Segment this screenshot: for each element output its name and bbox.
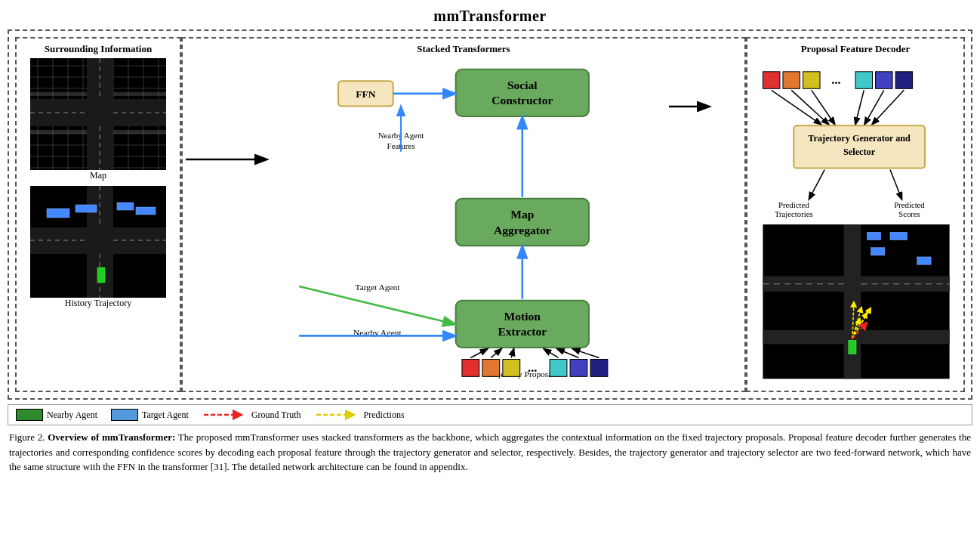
- svg-rect-39: [855, 72, 872, 88]
- panel-stacked: Stacked Transformers Social Constructor …: [181, 37, 746, 392]
- svg-line-45: [855, 90, 864, 124]
- svg-rect-24: [503, 360, 520, 377]
- svg-text:Predicted: Predicted: [778, 200, 809, 209]
- legend-nearby-agent-icon: [16, 409, 43, 421]
- svg-rect-40: [876, 72, 892, 88]
- svg-rect-35: [763, 72, 779, 88]
- diagram-area: Surrounding Information Map History Traj…: [8, 29, 972, 400]
- svg-rect-22: [462, 360, 479, 377]
- svg-text:FFN: FFN: [356, 88, 375, 100]
- svg-rect-66: [917, 257, 931, 264]
- svg-text:Trajectory Generator and: Trajectory Generator and: [808, 133, 911, 144]
- svg-line-51: [809, 170, 824, 199]
- svg-rect-60: [844, 224, 861, 379]
- panel-surrounding: Surrounding Information Map History Traj…: [15, 37, 181, 392]
- svg-rect-67: [849, 340, 856, 354]
- svg-text:Social: Social: [507, 79, 538, 91]
- svg-line-32: [544, 349, 559, 357]
- stacked-svg: Social Constructor FFN Map Aggregator Mo…: [183, 54, 744, 391]
- legend-predictions: Predictions: [315, 409, 405, 421]
- svg-rect-8: [456, 301, 589, 348]
- caption: Figure 2. Overview of mmTransformer: The…: [9, 430, 971, 475]
- svg-text:Map: Map: [510, 208, 534, 221]
- trajectory-canvas: [30, 186, 166, 298]
- legend-ground-truth: Ground Truth: [202, 409, 301, 421]
- svg-text:Trajectories: Trajectories: [775, 209, 813, 218]
- panel-proposal: Proposal Feature Decoder ...: [746, 37, 965, 392]
- svg-rect-41: [895, 72, 912, 88]
- svg-line-30: [491, 349, 501, 357]
- svg-rect-5: [456, 199, 589, 246]
- svg-line-29: [470, 349, 487, 357]
- map-label: Map: [90, 170, 106, 181]
- svg-text:Selector: Selector: [843, 147, 876, 157]
- legend-target-agent-icon: [111, 409, 138, 421]
- legend-predictions-icon: [315, 409, 360, 421]
- legend-predictions-label: Predictions: [364, 410, 405, 421]
- proposal-svg: ... Trajectory Generator and Selector Pr…: [747, 54, 963, 391]
- svg-text:Scores: Scores: [898, 209, 920, 218]
- svg-rect-65: [871, 248, 884, 255]
- svg-rect-37: [803, 72, 820, 88]
- svg-rect-23: [482, 360, 500, 377]
- caption-figure-label: Figure 2.: [9, 431, 45, 443]
- legend-target-agent-label: Target Agent: [142, 410, 189, 421]
- surrounding-title: Surrounding Information: [45, 43, 152, 55]
- svg-text:Aggregator: Aggregator: [494, 224, 551, 236]
- svg-text:Predicted: Predicted: [894, 200, 925, 209]
- map-canvas: [30, 58, 166, 170]
- svg-line-42: [772, 90, 821, 124]
- svg-rect-64: [890, 232, 907, 240]
- main-title: mmTransformer: [0, 0, 980, 29]
- svg-line-34: [573, 349, 599, 357]
- svg-rect-63: [867, 232, 880, 240]
- svg-rect-28: [590, 360, 608, 377]
- svg-text:Motion: Motion: [504, 310, 541, 323]
- svg-text:...: ...: [831, 73, 840, 87]
- svg-line-52: [890, 170, 901, 199]
- legend-ground-truth-icon: [202, 409, 248, 421]
- trajectory-label: History Trajectory: [65, 298, 131, 309]
- legend-nearby-agent-label: Nearby Agent: [47, 410, 97, 421]
- svg-text:Target Agent: Target Agent: [356, 283, 401, 292]
- legend-area: Nearby Agent Target Agent Ground Truth P…: [8, 404, 972, 425]
- legend-nearby-agent: Nearby Agent: [16, 409, 97, 421]
- svg-text:...: ...: [528, 360, 537, 375]
- svg-line-31: [511, 349, 513, 357]
- legend-target-agent: Target Agent: [111, 409, 189, 421]
- svg-rect-26: [550, 360, 567, 377]
- svg-text:Extractor: Extractor: [498, 325, 547, 338]
- svg-line-18: [299, 286, 454, 324]
- svg-line-47: [872, 90, 904, 124]
- caption-bold: Overview of mmTransformer:: [48, 431, 175, 443]
- svg-line-46: [864, 90, 884, 124]
- svg-rect-36: [783, 72, 800, 88]
- svg-rect-27: [570, 360, 587, 377]
- svg-rect-0: [456, 70, 589, 116]
- svg-text:Constructor: Constructor: [492, 94, 553, 107]
- legend-ground-truth-label: Ground Truth: [251, 410, 301, 421]
